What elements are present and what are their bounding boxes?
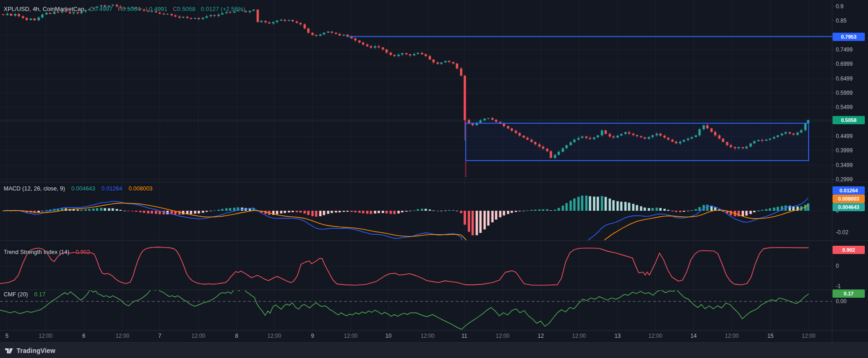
time-axis-label: 12:00 — [39, 333, 52, 339]
chart-window: XPL/USD, 4h, CoinMarketCap O0.4997 H0.50… — [0, 0, 868, 358]
exchange-label: CoinMarketCap — [43, 6, 84, 12]
open-label: O — [90, 6, 94, 12]
open-value: 0.4997 — [94, 6, 113, 12]
macd-hist-value: 0.004643 — [71, 185, 95, 192]
cmf-value: 0.17 — [34, 291, 45, 298]
axis-badge: 0.5058 — [833, 116, 865, 124]
low-value: 0.4991 — [149, 6, 168, 12]
axis-badge: 0.01264 — [833, 186, 865, 195]
price-axis[interactable]: 0.90.850.74990.69990.64990.59990.54990.4… — [832, 0, 868, 342]
price-axis-label: 0.6999 — [836, 61, 853, 67]
tradingview-brand: TradingView — [17, 347, 55, 354]
axis-badge: 0.902 — [833, 246, 865, 254]
tsi-value: 0.902 — [75, 249, 90, 255]
symbol-name: XPL/USD — [4, 6, 29, 12]
time-axis-label: 5 — [6, 333, 9, 339]
axis-badge: 0.17 — [833, 289, 865, 298]
interval-label: 4h — [33, 6, 39, 12]
time-axis-label: 12:00 — [496, 333, 509, 339]
time-axis-label: 11 — [462, 333, 467, 339]
price-axis-label: 0.00 — [836, 298, 846, 305]
high-value: 0.5064 — [122, 6, 140, 12]
time-axis-label: 9 — [311, 333, 314, 339]
axis-badge: 0.004643 — [833, 203, 865, 211]
price-axis-label: 0.85 — [836, 17, 846, 24]
price-axis-label: 0.9 — [836, 3, 844, 10]
price-axis-label: 0.3499 — [836, 162, 853, 168]
price-axis-label: 0.7499 — [836, 46, 853, 53]
time-axis-label: 12:00 — [725, 333, 739, 339]
close-value: 0.5058 — [177, 6, 196, 12]
price-axis-label: -1 — [836, 283, 841, 289]
time-axis-label: 6 — [82, 333, 86, 339]
time-axis-label: 12:00 — [344, 333, 358, 339]
time-axis-label: 14 — [690, 333, 696, 339]
price-axis-label: 0.5499 — [836, 104, 853, 110]
price-axis-label: 0.6499 — [836, 75, 853, 82]
price-axis-label: 0.5999 — [836, 90, 853, 96]
time-axis[interactable]: 512:00612:00712:00812:00912:001012:00111… — [0, 330, 832, 342]
time-axis-label: 12:00 — [648, 333, 662, 339]
tradingview-logo-icon — [5, 346, 13, 355]
time-axis-label: 12:00 — [802, 333, 816, 339]
close-label: C — [173, 6, 177, 12]
time-axis-label: 13 — [614, 333, 620, 339]
time-axis-label: 7 — [158, 333, 162, 339]
change-value: 0.0127 (+2.58%) — [201, 6, 245, 12]
axis-badge: 0.008003 — [833, 195, 865, 203]
low-label: L — [146, 6, 149, 12]
tsi-legend[interactable]: Trend Strength Index (14) 0.902 — [4, 249, 90, 255]
symbol-legend[interactable]: XPL/USD, 4h, CoinMarketCap O0.4997 H0.50… — [4, 6, 245, 12]
axis-badge: 0.7953 — [833, 33, 865, 41]
chart-canvas[interactable] — [0, 0, 868, 358]
time-axis-label: 15 — [767, 333, 773, 339]
price-axis-label: 0.2999 — [836, 176, 853, 183]
price-axis-label: -0.02 — [836, 229, 848, 236]
price-axis-label: 0.3999 — [836, 147, 853, 154]
price-axis-label: 0 — [836, 263, 839, 269]
macd-line-value: 0.01264 — [102, 185, 122, 192]
price-axis-label: 0.4499 — [836, 133, 853, 139]
time-axis-label: 12:00 — [267, 333, 281, 339]
time-axis-label: 12:00 — [421, 333, 434, 339]
tradingview-link[interactable]: TradingView — [5, 346, 55, 355]
time-axis-label: 12 — [538, 333, 544, 339]
cmf-legend[interactable]: CMF (20) 0.17 — [4, 291, 46, 298]
footer-bar: TradingView — [0, 342, 868, 358]
time-axis-label: 8 — [235, 333, 238, 339]
time-axis-label: 12:00 — [116, 333, 129, 339]
macd-legend[interactable]: MACD (12, 26, close, 9) 0.004643 0.01264… — [4, 185, 152, 192]
time-axis-label: 12:00 — [572, 333, 586, 339]
time-axis-label: 10 — [385, 333, 391, 339]
macd-signal-value: 0.008003 — [128, 185, 152, 192]
time-axis-label: 12:00 — [191, 333, 205, 339]
